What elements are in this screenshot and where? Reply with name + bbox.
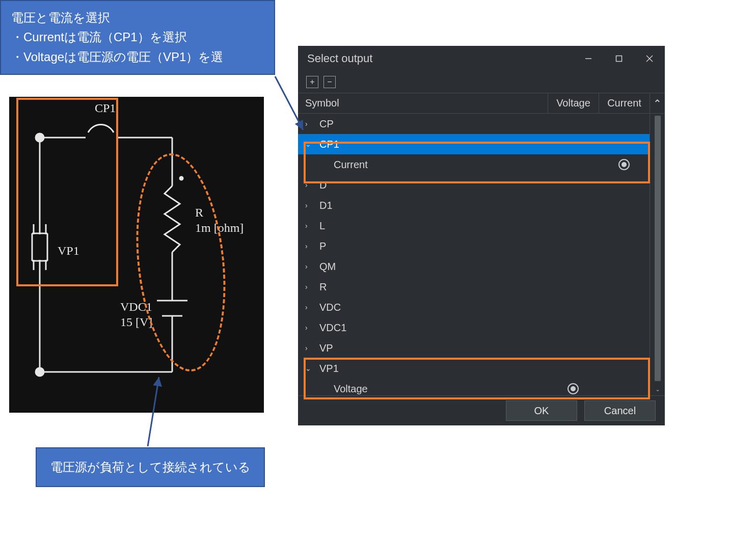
tree-item-vdc1[interactable]: › VDC1 xyxy=(298,317,650,338)
tree-item-cp1[interactable]: ⌄ CP1 xyxy=(298,134,650,154)
tree-item-label: VDC xyxy=(319,302,548,313)
svg-rect-5 xyxy=(86,132,116,143)
column-header-voltage[interactable]: Voltage xyxy=(548,93,599,113)
minus-icon: − xyxy=(327,78,332,86)
tree-item-vp1-voltage[interactable]: Voltage xyxy=(298,379,650,396)
tree-item-label: D xyxy=(319,179,548,191)
tree-child-label: Voltage xyxy=(334,383,548,395)
circuit-label-vdc: VDC1 xyxy=(120,300,152,313)
expand-all-button[interactable]: + xyxy=(306,76,318,88)
circuit-label-rval: 1m [ohm] xyxy=(195,221,244,234)
chevron-down-icon: ⌄ xyxy=(305,364,314,372)
tree-child-label: Current xyxy=(334,159,548,171)
tree-item-d[interactable]: › D xyxy=(298,175,650,195)
dialog-button-row: OK Cancel xyxy=(298,396,665,425)
callout-line: ・Currentは電流（CP1）を選択 xyxy=(11,28,264,47)
tree-item-l[interactable]: › L xyxy=(298,216,650,236)
chevron-right-icon: › xyxy=(305,242,314,250)
chevron-right-icon: › xyxy=(305,201,314,209)
chevron-right-icon: › xyxy=(305,303,314,311)
tree-item-label: QM xyxy=(319,261,548,273)
tree-item-qm[interactable]: › QM xyxy=(298,256,650,277)
window-close-button[interactable] xyxy=(634,46,665,71)
scroll-up-button[interactable]: ⌃ xyxy=(650,93,665,113)
tree-item-label: VP xyxy=(319,342,548,354)
chevron-down-icon: ⌄ xyxy=(305,140,314,148)
tree-scrollbar[interactable]: ⌄ xyxy=(650,114,665,395)
tree-item-label: CP1 xyxy=(319,139,548,150)
tree-header-row: Symbol Voltage Current ⌃ xyxy=(298,93,665,114)
chevron-right-icon: › xyxy=(305,262,314,271)
window-maximize-button[interactable] xyxy=(604,46,634,71)
svg-rect-16 xyxy=(616,56,622,62)
chevron-down-icon[interactable]: ⌄ xyxy=(655,383,660,395)
dialog-title: Select output xyxy=(307,52,573,65)
callout-text: 電圧源が負荷として接続されている xyxy=(50,460,251,474)
chevron-right-icon: › xyxy=(305,120,314,128)
tree-item-label: VP1 xyxy=(319,363,548,374)
scrollbar-thumb[interactable] xyxy=(655,116,661,381)
tree-item-r[interactable]: › R xyxy=(298,277,650,297)
tree-item-vp[interactable]: › VP xyxy=(298,338,650,358)
dialog-toolbar: + − xyxy=(298,71,665,93)
circuit-label-vp1: VP1 xyxy=(58,244,79,257)
tree-item-vdc[interactable]: › VDC xyxy=(298,297,650,317)
tree-item-p[interactable]: › P xyxy=(298,236,650,256)
tree-item-cp[interactable]: › CP xyxy=(298,114,650,134)
column-header-current[interactable]: Current xyxy=(599,93,650,113)
window-minimize-button[interactable] xyxy=(573,46,604,71)
radio-current-cp1[interactable] xyxy=(618,159,630,170)
callout-line: 電圧と電流を選択 xyxy=(11,8,264,28)
svg-rect-6 xyxy=(34,234,46,260)
annotation-callout-bottom: 電圧源が負荷として接続されている xyxy=(36,447,265,487)
chevron-right-icon: › xyxy=(305,283,314,291)
tree-item-d1[interactable]: › D1 xyxy=(298,195,650,216)
circuit-diagram-panel: CP1 VP1 R 1m [ohm] VDC1 15 [V] xyxy=(9,97,264,413)
circuit-label-vdcv: 15 [V] xyxy=(120,315,152,329)
tree-item-label: CP xyxy=(319,118,548,130)
tree-item-label: R xyxy=(319,281,548,293)
chevron-right-icon: › xyxy=(305,324,314,332)
cancel-button[interactable]: Cancel xyxy=(584,400,656,421)
chevron-right-icon: › xyxy=(305,344,314,352)
select-output-dialog: Select output + − Symbol Voltage Current… xyxy=(298,46,665,425)
ok-button[interactable]: OK xyxy=(506,400,577,421)
radio-voltage-vp1[interactable] xyxy=(568,383,579,394)
circuit-label-r: R xyxy=(195,206,203,219)
plus-icon: + xyxy=(310,78,314,86)
svg-point-2 xyxy=(36,133,44,142)
tree-item-label: P xyxy=(319,240,548,252)
tree-item-cp1-current[interactable]: Current xyxy=(298,154,650,175)
tree-item-label: L xyxy=(319,220,548,232)
tree-body: › CP ⌄ CP1 Current › D › D1 xyxy=(298,114,665,396)
column-header-symbol[interactable]: Symbol xyxy=(298,93,548,113)
chevron-up-icon: ⌃ xyxy=(653,97,662,110)
annotation-callout-top: 電圧と電流を選択 ・Currentは電流（CP1）を選択 ・Voltageは電圧… xyxy=(0,0,275,75)
dialog-titlebar[interactable]: Select output xyxy=(298,46,665,71)
callout-line: ・Voltageは電圧源の電圧（VP1）を選 xyxy=(11,47,264,67)
tree-item-vp1[interactable]: ⌄ VP1 xyxy=(298,358,650,379)
circuit-label-cp1: CP1 xyxy=(95,101,116,115)
svg-point-14 xyxy=(180,177,183,180)
tree-item-label: D1 xyxy=(319,200,548,211)
chevron-right-icon: › xyxy=(305,181,314,189)
tree-item-label: VDC1 xyxy=(319,322,548,334)
chevron-right-icon: › xyxy=(305,222,314,230)
collapse-all-button[interactable]: − xyxy=(323,76,336,88)
